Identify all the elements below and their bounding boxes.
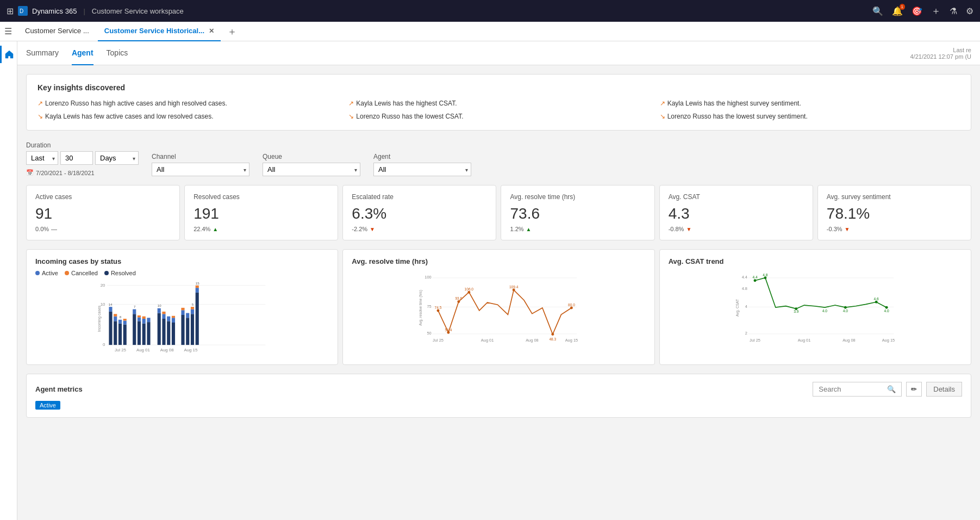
arrow-down-icon-5: ▼ [845,226,850,232]
legend-active: Active [35,270,58,276]
bar-active-3 [118,320,122,324]
svg-text:Aug 08: Aug 08 [160,348,174,352]
sidebar [0,41,17,520]
bar-resolved-15 [191,314,194,345]
close-icon[interactable]: ✕ [209,27,214,35]
svg-text:Aug 15: Aug 15 [882,338,894,343]
add-tab-icon[interactable]: ＋ [223,25,241,38]
metric-title-3: Avg. resolve time (hrs) [510,193,645,201]
plus-icon[interactable]: ＋ [931,4,941,17]
key-insights-panel: Key insights discovered ↗ Lorenzo Russo … [26,74,971,131]
bar-active-9 [158,308,161,313]
bell-icon[interactable]: 🔔1 [892,6,903,16]
bar-resolved-6 [138,321,141,345]
bar-active-10 [162,314,165,319]
bar-active-11 [167,317,170,321]
agent-select[interactable]: All [373,163,471,176]
duration-value-input[interactable] [60,151,93,165]
queue-select[interactable]: All [263,163,360,176]
insight-text-2: Kayla Lewis has the highest CSAT. [356,100,457,107]
hamburger-icon[interactable]: ☰ [4,26,12,36]
nav-agent[interactable]: Agent [72,41,93,65]
insight-arrow-up-1: ↗ [38,100,43,107]
bar-resolved-14 [186,318,189,345]
arrow-up-icon-3: ▲ [526,226,532,232]
grid-icon[interactable]: ⊞ [7,6,14,16]
bar-active-15 [191,309,194,314]
date-range: 📅 7/20/2021 - 8/18/2021 [26,169,139,176]
bar-cancelled-16 [196,286,199,288]
metric-avg-sentiment: Avg. survey sentiment 78.1% -0.3% ▼ [817,185,971,240]
legend-cancelled: Cancelled [65,270,98,276]
bar-active-1 [109,307,112,312]
svg-text:93.6: 93.6 [455,296,463,300]
target-icon[interactable]: 🎯 [912,6,922,16]
details-button[interactable]: Details [926,382,962,397]
calendar-icon: 📅 [26,169,34,176]
insight-arrow-down-2: ↘ [348,113,354,120]
tab-customer-service[interactable]: Customer Service ... [18,22,96,41]
csat-dot-5 [875,301,877,304]
bar-active-4 [123,321,127,325]
insight-arrow-down-3: ↘ [660,113,665,120]
bar-resolved-8 [147,322,150,345]
svg-text:Incoming cases: Incoming cases [97,305,102,332]
filters-row: Duration Last Days [26,141,971,176]
metric-title-1: Resolved cases [193,193,329,201]
resolve-dot-4 [468,291,471,294]
svg-text:10: 10 [158,304,161,307]
insight-1: ↗ Lorenzo Russo has high active cases an… [38,98,338,108]
flat-icon-0: — [51,226,57,232]
bar-resolved-4 [123,325,127,345]
resolve-dot-7 [570,307,573,309]
nav-topics[interactable]: Topics [107,41,128,65]
chart-avg-csat: Avg. CSAT trend 4.4 4.8 4 2 Avg. CSAT [659,249,971,365]
resolve-dot-5 [513,289,515,292]
layout: Summary Agent Topics Last re 4/21/2021 1… [0,41,980,520]
duration-unit-wrapper: Days [95,151,139,165]
search-box: 🔍 [813,382,902,397]
svg-text:Aug 08: Aug 08 [842,338,855,343]
svg-text:7: 7 [134,305,136,308]
svg-text:20: 20 [101,283,105,288]
agent-metrics-actions: 🔍 ✏ Details [813,382,962,397]
metric-change-0: 0.0% — [35,226,171,232]
search-icon-btn[interactable]: 🔍 [887,385,896,393]
tab-historical[interactable]: Customer Service Historical... ✕ [98,22,221,41]
svg-text:15: 15 [196,281,199,285]
edit-icon-btn[interactable]: ✏ [906,382,922,397]
bar-active-14 [186,313,189,318]
metric-resolved-cases: Resolved cases 191 22.4% ▲ [184,185,338,240]
incoming-legend: Active Cancelled Resolved [35,270,329,276]
bar-cancelled-10 [162,312,165,314]
metric-title-4: Avg. CSAT [669,193,804,201]
filter-icon[interactable]: ⚗ [950,6,957,16]
sidebar-home-icon[interactable] [0,46,17,63]
settings-icon[interactable]: ⚙ [966,6,973,16]
svg-text:51.4: 51.4 [445,328,452,332]
duration-preset-select[interactable]: Last [26,151,58,165]
duration-unit-select[interactable]: Days [95,151,139,165]
chart-avg-resolve: Avg. resolve time (hrs) 100 75 50 Avg. r… [342,249,654,365]
search-icon[interactable]: 🔍 [872,6,883,16]
tab-historical-label: Customer Service Historical... [104,27,204,35]
insight-arrow-up-3: ↗ [660,100,665,107]
search-input[interactable] [819,385,884,393]
bar-active-16 [196,288,199,293]
active-label-row: Active [35,401,962,410]
nav-summary[interactable]: Summary [26,41,59,65]
channel-select[interactable]: All [152,163,249,176]
line-chart-resolve-area: 100 75 50 Avg. resolve time (hrs) [352,270,645,346]
bar-active-5 [133,309,136,314]
queue-select-wrapper: All [263,163,360,176]
insight-text-5: Lorenzo Russo has the lowest CSAT. [356,113,463,120]
key-insights-title: Key insights discovered [38,83,960,92]
legend-label-active: Active [42,270,58,276]
resolve-dot-1 [437,309,440,312]
bar-resolved-12 [172,323,175,345]
duration-label: Duration [26,141,139,149]
metric-cards: Active cases 91 0.0% — Resolved cases 19… [26,185,971,240]
dynamics-brand: D Dynamics 365 [18,6,77,16]
svg-text:4.8: 4.8 [741,286,747,291]
svg-text:4.4: 4.4 [752,275,757,279]
